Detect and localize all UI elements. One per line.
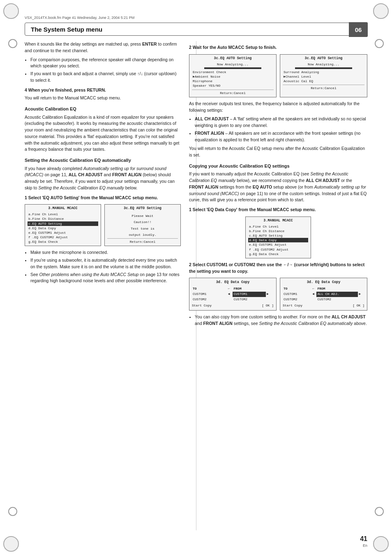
- screen-title: 3c.EQ AUTO Setting: [283, 56, 364, 61]
- main-content: When it sounds like the delay settings a…: [25, 41, 367, 530]
- ring-decoration-tr: [375, 39, 384, 48]
- screen-manual-mcacc-copy: 3.MANUAL MCACC a.Fine Ch Level b.Fine Ch…: [245, 216, 311, 258]
- bullets-2: Make sure the microphone is connected. I…: [30, 249, 181, 284]
- menu-item: Acoustic Cal EQ: [283, 79, 364, 83]
- screen-eq-data-copy-right: 3d. EQ Data Copy TO ← FROM CUSTOM1 ◄ ALL…: [280, 278, 367, 311]
- copy-table-left: TO ← FROM CUSTOM1 ◄ CUSTOM1 ► CUSTOM2 CU…: [192, 286, 274, 302]
- menu-item: g.EQ Data Check: [248, 252, 308, 256]
- screen-title: 3c.EQ AUTO Setting: [192, 56, 274, 61]
- after-bullets: You will return to the Acoustic Cal EQ s…: [189, 145, 367, 159]
- now-analyzing: Now Analyzing...: [283, 62, 364, 67]
- corner-decoration-bl: [3, 536, 19, 552]
- menu-item-selected: c.EQ AUTO Setting: [28, 221, 98, 226]
- menu-item: f .EQ CUSTOM2 Adjust: [28, 235, 98, 240]
- right-column: 2 Wait for the Auto MCACC Setup to finis…: [189, 41, 367, 530]
- return-label: Return:Cancel: [107, 238, 178, 244]
- page-lang: En: [363, 543, 367, 548]
- screen-pair-1: 3.MANUAL MCACC a.Fine Ch Level b.Fine Ch…: [25, 204, 181, 246]
- step2-heading: 2 Wait for the Auto MCACC Setup to finis…: [189, 44, 367, 51]
- now-analyzing: Now Analyzing...: [192, 62, 274, 67]
- list-item: If you want to go back and adjust a chan…: [30, 71, 181, 84]
- menu-item: Surround Analyzing: [283, 70, 364, 74]
- step4-body: You will return to the Manual MCACC setu…: [25, 95, 181, 101]
- menu-item: Speaker YES/NO: [192, 83, 274, 88]
- menu-item: c.EQ AUTO Setting: [248, 233, 308, 238]
- setting-auto-body: If you have already completed Automatica…: [25, 166, 181, 191]
- menu-item: e.EQ CUSTOM1 Adjust: [248, 242, 308, 247]
- screen-pair-2: 3c.EQ AUTO Setting Now Analyzing... Envi…: [189, 54, 367, 97]
- menu-item: ►Ambient Noise: [192, 74, 274, 79]
- menu-item-selected: d.EQ Data Copy: [248, 238, 308, 242]
- bullets-copy: You can also copy from one custom settin…: [195, 314, 367, 327]
- step1-heading: 1 Select 'EQ AUTO Setting' from the Manu…: [25, 195, 181, 201]
- intro-paragraph: When it sounds like the delay settings a…: [25, 41, 181, 54]
- ring-decoration-bl: [8, 507, 17, 516]
- list-item: If you're using a subwoofer, it is autom…: [30, 257, 181, 270]
- screen-analyzing-right: 3c.EQ AUTO Setting Now Analyzing... Surr…: [280, 54, 367, 97]
- step2-copy-heading: 2 Select CUSTOM1 or CUSTOM2 then use the…: [189, 262, 367, 275]
- page-number: 41: [360, 535, 367, 543]
- step4-heading: 4 When you're finished, press RETURN.: [25, 87, 181, 94]
- ring-decoration-tl: [8, 39, 17, 48]
- list-item: For comparison purposes, the reference s…: [30, 57, 181, 70]
- menu-item: g.EQ Data Check: [28, 240, 98, 244]
- caution-text-2: Test tone is: [107, 226, 178, 231]
- left-column: When it sounds like the delay settings a…: [25, 41, 181, 530]
- screen-title: 3.MANUAL MCACC: [28, 206, 98, 211]
- acoustic-eq-heading: Acoustic Calibration EQ: [25, 106, 181, 113]
- menu-item: b.Fine Ch Distance: [28, 216, 98, 221]
- progress-bar: [295, 67, 352, 69]
- list-item: ALL CH ADJUST – A 'flat' setting where a…: [195, 116, 367, 129]
- progress-bar: [204, 67, 261, 69]
- chapter-number: 06: [349, 22, 368, 37]
- menu-item: a.Fine Ch Level: [28, 212, 98, 216]
- list-item: See Other problems when using the Auto M…: [30, 272, 181, 285]
- menu-item: a.Fine Ch Level: [248, 224, 308, 229]
- return-label: Return:Cancel: [192, 90, 274, 95]
- screen-single-copy: 3.MANUAL MCACC a.Fine Ch Level b.Fine Ch…: [189, 216, 367, 258]
- screen-title: 3d. EQ Data Copy: [192, 280, 274, 286]
- settings-bullets: ALL CH ADJUST – A 'flat' setting where a…: [195, 116, 367, 143]
- menu-item: Microphone: [192, 79, 274, 83]
- screen-pair-copy: 3d. EQ Data Copy TO ← FROM CUSTOM1 ◄ CUS…: [189, 278, 367, 311]
- file-info: VSX_2014TX.book.fm Page 41 Wednesday, Ju…: [25, 16, 134, 20]
- corner-decoration-tl: [3, 3, 19, 19]
- screen-analyzing-left: 3c.EQ AUTO Setting Now Analyzing... Envi…: [189, 54, 277, 97]
- screen-eq-auto-setting: 3c.EQ AUTO Setting Please Wait Caution!!…: [104, 204, 181, 246]
- header-bar: The System Setup menu 06: [25, 23, 367, 36]
- wait-text: Please Wait: [107, 214, 178, 218]
- copy-table-right: TO ← FROM CUSTOM1 ◄ ALL CH ADJ. ► CUSTOM…: [283, 286, 364, 302]
- step1-copy-heading: 1 Select 'EQ Data Copy' from the Manual …: [189, 207, 367, 213]
- setting-auto-heading: Setting the Acoustic Calibration EQ auto…: [25, 157, 181, 164]
- copy-body: If you want to manually adjust the Acous…: [189, 171, 367, 203]
- corner-decoration-br: [373, 536, 389, 552]
- screen-eq-data-copy-left: 3d. EQ Data Copy TO ← FROM CUSTOM1 ◄ CUS…: [189, 278, 277, 311]
- caution-text: Caution!!: [107, 220, 178, 224]
- screen-title: 3d. EQ Data Copy: [283, 280, 364, 286]
- corner-decoration-tr: [373, 3, 389, 19]
- menu-item: b.Fine Ch Distance: [248, 229, 308, 233]
- menu-item: e.EQ CUSTOM1 Adjust: [28, 230, 98, 235]
- list-item: Make sure the microphone is connected.: [30, 249, 181, 256]
- screen-title: 3.MANUAL MCACC: [248, 219, 308, 223]
- menu-item: Environment Check: [192, 70, 274, 74]
- menu-item: f .EQ CUSTOM2 Adjust: [248, 247, 308, 252]
- body-after-screens: As the receiver outputs test tones, the …: [189, 101, 367, 114]
- intro-bullets: For comparison purposes, the reference s…: [30, 57, 181, 84]
- ring-decoration-br: [375, 507, 384, 516]
- acoustic-eq-body: Acoustic Calibration Equalization is a k…: [25, 114, 181, 153]
- menu-item: d.EQ Data Copy: [28, 226, 98, 230]
- screen-title: 3c.EQ AUTO Setting: [107, 206, 178, 211]
- caution-text-3: output loudly.: [107, 233, 178, 237]
- screen-manual-mcacc: 3.MANUAL MCACC a.Fine Ch Level b.Fine Ch…: [25, 204, 101, 246]
- return-label: Return:Cancel: [283, 85, 364, 90]
- list-item: FRONT ALIGN – All speakers are set in ac…: [195, 130, 367, 143]
- list-item: You can also copy from one custom settin…: [195, 314, 367, 327]
- page-title: The System Setup menu: [31, 26, 102, 33]
- menu-item: ►Channel Level: [283, 74, 364, 79]
- copy-heading: Copying your Acoustic Calibration EQ set…: [189, 163, 367, 170]
